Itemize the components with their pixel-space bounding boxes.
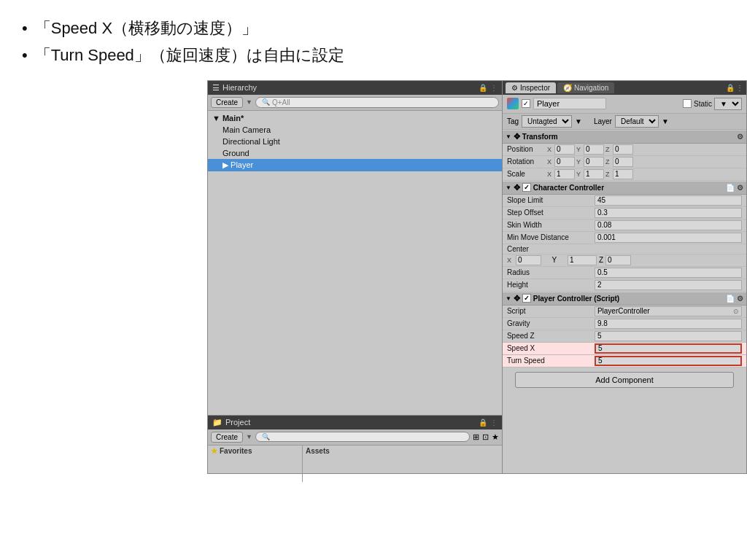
scale-y-input[interactable]: [584, 169, 604, 179]
transform-rotation-row: Rotation X Y Z: [503, 156, 746, 168]
rotation-y-input[interactable]: [584, 157, 604, 167]
player-ctrl-collapse-icon[interactable]: ▼: [506, 295, 511, 302]
hierarchy-list-icon: ☰: [212, 83, 220, 93]
project-menu-icon[interactable]: ⋮: [490, 419, 498, 427]
rotation-z-input[interactable]: [613, 157, 633, 167]
static-checkbox[interactable]: [683, 99, 692, 108]
hierarchy-create-button[interactable]: Create: [211, 97, 243, 108]
project-create-button[interactable]: Create: [211, 432, 243, 443]
char-ctrl-icon-main: ✥: [514, 183, 520, 192]
script-value-display: PlayerController ⊙: [595, 306, 742, 316]
center-z-input[interactable]: [605, 255, 631, 265]
char-ctrl-page-icon[interactable]: 📄: [726, 184, 735, 192]
transform-position-row: Position X Y Z: [503, 144, 746, 156]
hierarchy-toolbar: Create ▼ 🔍 Q+All: [208, 95, 502, 111]
favorites-label: Favorites: [220, 447, 252, 455]
turn-speed-label: Turn Speed: [507, 357, 595, 365]
hierarchy-header: ☰ Hierarchy 🔒 ⋮: [208, 81, 502, 95]
scale-z-input[interactable]: [613, 169, 633, 179]
char-ctrl-title: Character Controller: [533, 184, 604, 192]
player-ctrl-move-icon: ✥: [514, 294, 520, 303]
scale-x-input[interactable]: [554, 169, 575, 179]
player-ctrl-page-icon[interactable]: 📄: [726, 295, 735, 303]
player-ctrl-checkbox[interactable]: ✓: [522, 294, 531, 303]
static-dropdown[interactable]: ▼: [714, 98, 742, 110]
project-title: Project: [225, 418, 250, 427]
ground-label: Ground: [222, 149, 249, 158]
rotation-z-label: Z: [605, 158, 612, 166]
slope-limit-input[interactable]: [595, 195, 742, 206]
position-y-label: Y: [576, 146, 583, 153]
inspector-tabs: ⚙ Inspector 🧭 Navigation 🔒 ⋮: [503, 81, 746, 95]
speed-x-input[interactable]: [595, 343, 742, 354]
top-text-area: 「Speed X（横移動の速度）」 「Turn Speed」（旋回速度）は自由に…: [0, 0, 747, 80]
char-ctrl-checkbox[interactable]: ✓: [522, 183, 531, 192]
scale-z-label: Z: [605, 171, 612, 178]
min-move-label: Min Move Distance: [507, 233, 595, 241]
object-cube-icon: [507, 98, 519, 109]
project-content: ★ Favorites Assets: [208, 446, 502, 482]
gravity-input[interactable]: [595, 319, 742, 329]
position-label: Position: [507, 145, 547, 153]
rotation-x-input[interactable]: [554, 157, 575, 167]
hierarchy-item-ground[interactable]: Ground: [208, 147, 502, 159]
gravity-row: Gravity: [503, 318, 746, 330]
inspector-lock-icon: 🔒: [726, 84, 735, 92]
center-y-input[interactable]: [568, 255, 597, 265]
skin-width-input[interactable]: [595, 220, 742, 230]
layer-select[interactable]: Default: [615, 115, 659, 128]
inspector-panel: ⚙ Inspector 🧭 Navigation 🔒 ⋮ ✓: [503, 81, 746, 473]
transform-settings-icon[interactable]: ⚙: [737, 133, 743, 141]
position-y-input[interactable]: [584, 144, 604, 155]
dropdown-arrow-icon: ▼: [246, 98, 252, 106]
speed-z-row: Speed Z: [503, 330, 746, 343]
char-ctrl-collapse-icon[interactable]: ▼: [506, 184, 511, 191]
position-z-label: Z: [605, 146, 612, 153]
height-input[interactable]: [595, 280, 742, 290]
hierarchy-search-box[interactable]: 🔍 Q+All: [255, 97, 499, 108]
position-z-input[interactable]: [613, 144, 633, 155]
inspector-tab[interactable]: ⚙ Inspector: [506, 82, 556, 93]
player-ctrl-section-header: ▼ ✥ ✓ Player Controller (Script) 📄 ⚙: [503, 292, 746, 306]
turn-speed-input[interactable]: [595, 356, 742, 366]
step-offset-input[interactable]: [595, 208, 742, 218]
script-select-icon: ⊙: [733, 308, 739, 315]
transform-collapse-icon[interactable]: ▼: [506, 133, 511, 140]
rotation-xyz: X Y Z: [547, 157, 742, 167]
navigation-tab[interactable]: 🧭 Navigation: [557, 82, 614, 93]
speed-z-input[interactable]: [595, 331, 742, 341]
min-move-distance-row: Min Move Distance: [503, 232, 746, 244]
project-icon-1: ⊞: [473, 432, 479, 442]
tag-select[interactable]: Untagted: [522, 115, 572, 128]
hierarchy-item-main-camera[interactable]: Main Camera: [208, 124, 502, 136]
project-lock-icon: 🔒: [479, 419, 487, 427]
project-search-box[interactable]: 🔍: [255, 432, 470, 442]
hierarchy-item-player[interactable]: ▶ Player: [208, 159, 502, 171]
char-ctrl-settings-icon[interactable]: ⚙: [737, 184, 743, 192]
min-move-input[interactable]: [595, 233, 742, 243]
center-x-input[interactable]: [516, 255, 541, 265]
object-active-checkbox[interactable]: ✓: [522, 99, 530, 108]
radius-label: Radius: [507, 268, 595, 276]
star-icon: ★: [211, 447, 217, 455]
hierarchy-item-main[interactable]: ▼ Main*: [208, 112, 502, 124]
position-x-label: X: [547, 146, 554, 153]
rotation-y-label: Y: [576, 158, 583, 166]
hierarchy-menu-icon[interactable]: ⋮: [490, 84, 498, 92]
player-ctrl-settings-icon[interactable]: ⚙: [737, 295, 743, 303]
project-assets-section: Assets: [303, 446, 502, 482]
radius-input[interactable]: [595, 268, 742, 278]
hierarchy-item-directional-light[interactable]: Directional Light: [208, 136, 502, 147]
script-name: PlayerController: [597, 307, 650, 315]
script-row: Script PlayerController ⊙: [503, 306, 746, 318]
inspector-tab-icon: ⚙: [511, 84, 518, 92]
inspector-menu-icon[interactable]: ⋮: [736, 84, 743, 92]
center-label-row: Center: [503, 244, 746, 254]
main-camera-label: Main Camera: [222, 125, 271, 134]
position-x-input[interactable]: [554, 144, 575, 155]
left-panel: ☰ Hierarchy 🔒 ⋮ Create ▼ 🔍 Q+All ▼ Main*…: [208, 81, 503, 473]
transform-title: Transform: [522, 133, 558, 141]
project-icon-3: ★: [492, 432, 499, 442]
add-component-button[interactable]: Add Component: [515, 372, 735, 388]
object-name-input[interactable]: [533, 98, 606, 109]
